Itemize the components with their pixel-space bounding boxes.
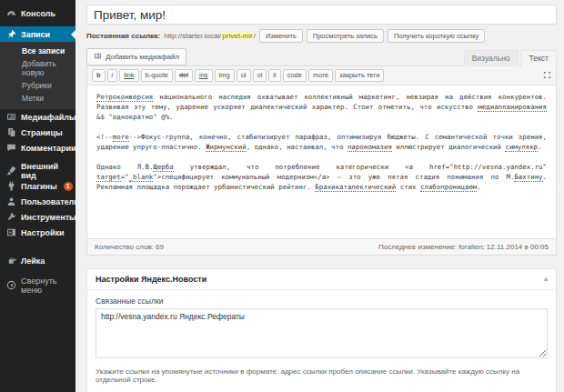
- media-tabs-row: Добавить медиафайл Визуально Текст: [86, 48, 557, 65]
- wrench-icon: [6, 212, 16, 222]
- pushpin-icon: [6, 29, 16, 39]
- qt-italic-button[interactable]: i: [107, 69, 118, 82]
- qt-code-button[interactable]: code: [283, 69, 307, 82]
- related-links-label: Связанные ссылки: [96, 297, 548, 306]
- sidebar-item-label: Свернуть меню: [21, 276, 76, 295]
- sidebar-item-label: Комментарии: [21, 144, 76, 153]
- fullscreen-icon[interactable]: [543, 71, 551, 79]
- add-media-button[interactable]: Добавить медиафайл: [86, 48, 186, 65]
- permalink-url: http://starter.local/privet-mir/: [164, 32, 256, 40]
- users-icon: [6, 196, 16, 206]
- related-links-textarea[interactable]: http://vesna.yandex.ru Яндекс.Рефераты: [96, 308, 548, 358]
- submenu-categories[interactable]: Рубрики: [0, 79, 76, 92]
- sidebar-item-leyka[interactable]: Лейка: [0, 253, 76, 268]
- watering-can-icon: [6, 256, 16, 266]
- qt-li-button[interactable]: li: [268, 69, 280, 82]
- qt-img-button[interactable]: img: [215, 69, 235, 82]
- qt-blockquote-button[interactable]: b-quote: [141, 69, 173, 82]
- settings-icon: [6, 227, 16, 237]
- sidebar-item-plugins[interactable]: Плагины 1: [0, 178, 76, 194]
- qt-more-button[interactable]: more: [308, 69, 333, 82]
- sidebar-item-label: Плагины: [21, 182, 57, 191]
- submenu-all-posts[interactable]: Все записи: [0, 45, 76, 57]
- editor-status-bar: Количество слов: 69 Последнее изменение:…: [87, 238, 556, 255]
- quicktags-toolbar: b i link b-quote del ins img ul ol li co…: [87, 66, 556, 85]
- yandex-panel-header[interactable]: Настройки Яндекс.Новости ▴: [87, 269, 556, 290]
- add-media-label: Добавить медиафайл: [106, 53, 179, 61]
- sidebar-item-users[interactable]: Пользователи: [0, 194, 76, 209]
- sidebar-item-label: Консоль: [21, 9, 55, 18]
- sidebar-item-label: Лейка: [21, 256, 45, 266]
- sidebar-item-media[interactable]: Медиафайлы: [0, 109, 76, 125]
- qt-close-tags-button[interactable]: закрыть теги: [335, 69, 384, 82]
- plugin-update-badge: 1: [64, 182, 73, 191]
- sidebar-item-appearance[interactable]: Внешний вид: [0, 163, 76, 178]
- qt-link-button[interactable]: link: [119, 69, 138, 82]
- yandex-news-panel: Настройки Яндекс.Новости ▴ Связанные ссы…: [86, 268, 557, 392]
- sidebar-item-label: Записи: [21, 30, 50, 39]
- permalink-slug[interactable]: privet-mir: [221, 32, 253, 40]
- sidebar-item-dashboard[interactable]: Консоль: [0, 5, 76, 21]
- sidebar-item-label: Медиафайлы: [21, 113, 76, 122]
- post-editor: b i link b-quote del ins img ul ol li co…: [86, 65, 557, 256]
- post-content-editor[interactable]: Ретроконверсия национального наследия ох…: [87, 85, 556, 238]
- submenu-add-new[interactable]: Добавить новую: [0, 57, 76, 79]
- plugin-icon: [6, 181, 16, 191]
- sidebar-item-posts[interactable]: Записи: [0, 26, 76, 42]
- related-links-help: Укажите ссылки на упомянутые источники в…: [96, 367, 548, 384]
- sidebar-item-label: Пользователи: [21, 197, 79, 206]
- dashboard-icon: [6, 8, 16, 18]
- sidebar-item-tools[interactable]: Инструменты: [0, 209, 76, 225]
- sidebar-item-label: Инструменты: [21, 213, 76, 222]
- collapse-arrow-icon: [6, 280, 16, 290]
- sidebar-item-comments[interactable]: Комментарии: [0, 140, 76, 156]
- tab-visual[interactable]: Визуально: [464, 50, 519, 66]
- view-post-button[interactable]: Просмотреть запись: [307, 29, 384, 43]
- yandex-panel-title: Настройки Яндекс.Новости: [96, 275, 206, 284]
- admin-sidebar: Консоль Записи Все записи Добавить новую…: [0, 0, 76, 392]
- tab-text[interactable]: Текст: [521, 50, 557, 66]
- sidebar-item-label: Настройки: [21, 228, 64, 237]
- post-edit-screen: Постоянная ссылка: http://starter.local/…: [76, 0, 564, 392]
- panel-toggle-icon[interactable]: ▴: [544, 275, 548, 283]
- post-title-input[interactable]: [86, 5, 557, 25]
- permalink-label: Постоянная ссылка:: [86, 32, 160, 40]
- qt-ol-button[interactable]: ol: [253, 69, 267, 82]
- qt-bold-button[interactable]: b: [92, 69, 106, 82]
- media-icon: [6, 112, 16, 122]
- permalink-row: Постоянная ссылка: http://starter.local/…: [86, 29, 557, 43]
- sidebar-item-pages[interactable]: Страницы: [0, 125, 76, 140]
- collapse-menu-button[interactable]: Свернуть меню: [0, 277, 76, 293]
- qt-ul-button[interactable]: ul: [237, 69, 251, 82]
- edit-permalink-button[interactable]: Изменить: [259, 29, 303, 43]
- posts-submenu: Все записи Добавить новую Рубрики Метки: [0, 42, 76, 109]
- sidebar-item-label: Внешний вид: [21, 162, 76, 180]
- sidebar-item-settings[interactable]: Настройки: [0, 225, 76, 240]
- appearance-brush-icon: [6, 166, 16, 176]
- get-shortlink-button[interactable]: Получить короткую ссылку: [388, 29, 485, 43]
- yandex-panel-body: Связанные ссылки http://vesna.yandex.ru …: [87, 290, 556, 392]
- comments-icon: [6, 143, 16, 153]
- media-icon: [94, 52, 102, 62]
- sidebar-item-label: Страницы: [21, 128, 63, 137]
- word-count: Количество слов: 69: [95, 243, 164, 251]
- submenu-tags[interactable]: Метки: [0, 92, 76, 105]
- pages-icon: [6, 127, 16, 137]
- qt-ins-button[interactable]: ins: [195, 69, 213, 82]
- last-edited: Последнее изменение: foralien; 12.11.201…: [378, 243, 549, 251]
- editor-mode-tabs: Визуально Текст: [464, 50, 557, 66]
- qt-del-button[interactable]: del: [175, 69, 193, 82]
